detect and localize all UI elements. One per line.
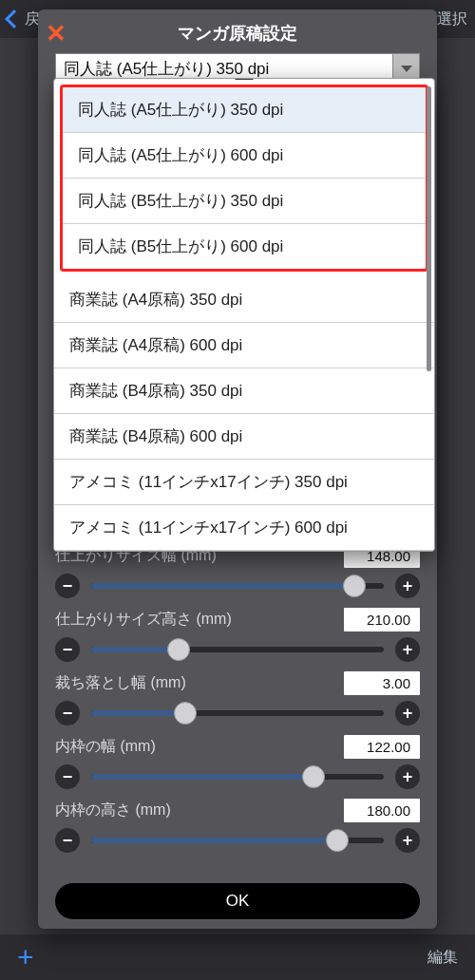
preset-dropdown-popup: 同人誌 (A5仕上がり) 350 dpi同人誌 (A5仕上がり) 600 dpi… — [53, 78, 435, 552]
back-icon[interactable] — [5, 9, 24, 28]
preset-option[interactable]: 同人誌 (A5仕上がり) 350 dpi — [63, 87, 426, 133]
label-innerh: 内枠の高さ (mm) — [55, 801, 171, 820]
topbar-right[interactable]: 選択 — [437, 9, 467, 29]
preset-option[interactable]: 同人誌 (B5仕上がり) 600 dpi — [63, 224, 426, 269]
increment-button[interactable]: + — [395, 701, 420, 726]
preset-option[interactable]: アメコミ (11インチx17インチ) 600 dpi — [54, 505, 434, 551]
increment-button[interactable]: + — [395, 637, 420, 662]
slider-innerw[interactable] — [91, 774, 384, 780]
preset-option[interactable]: 同人誌 (B5仕上がり) 350 dpi — [63, 179, 426, 224]
decrement-button[interactable]: − — [55, 574, 80, 598]
panel-header: ✕ マンガ原稿設定 — [38, 17, 437, 49]
preset-highlight-group: 同人誌 (A5仕上がり) 350 dpi同人誌 (A5仕上がり) 600 dpi… — [60, 85, 428, 272]
preset-option[interactable]: 同人誌 (A5仕上がり) 600 dpi — [63, 133, 426, 179]
close-icon[interactable]: ✕ — [46, 19, 66, 48]
slider-innerh[interactable] — [91, 838, 384, 843]
value-innerh[interactable]: 180.00 — [344, 799, 420, 822]
value-bleed[interactable]: 3.00 — [344, 671, 420, 695]
ok-button[interactable]: OK — [55, 883, 420, 919]
panel-title: マンガ原稿設定 — [178, 22, 297, 45]
preset-option[interactable]: アメコミ (11インチx17インチ) 350 dpi — [54, 460, 434, 505]
decrement-button[interactable]: − — [55, 637, 80, 662]
slider-fwidth[interactable] — [91, 583, 384, 589]
increment-button[interactable]: + — [395, 574, 420, 598]
preset-option[interactable]: 商業誌 (B4原稿) 350 dpi — [54, 368, 434, 414]
increment-button[interactable]: + — [395, 764, 420, 789]
value-innerw[interactable]: 122.00 — [344, 735, 420, 759]
app-bottombar: + 編集 — [0, 934, 475, 980]
decrement-button[interactable]: − — [55, 764, 80, 789]
scrollbar[interactable] — [427, 86, 431, 371]
ok-label: OK — [226, 892, 250, 911]
slider-fheight[interactable] — [91, 647, 384, 652]
bottombar-right[interactable]: 編集 — [428, 948, 458, 968]
preset-option[interactable]: 商業誌 (A4原稿) 350 dpi — [54, 277, 434, 323]
preset-option[interactable]: 商業誌 (A4原稿) 600 dpi — [54, 323, 434, 368]
decrement-button[interactable]: − — [55, 701, 80, 726]
decrement-button[interactable]: − — [55, 828, 80, 853]
label-innerw: 内枠の幅 (mm) — [55, 737, 156, 757]
preset-option[interactable]: 商業誌 (B4原稿) 600 dpi — [54, 414, 434, 460]
label-fheight: 仕上がりサイズ高さ (mm) — [55, 610, 232, 630]
preset-select-value: 同人誌 (A5仕上がり) 350 dpi — [64, 58, 269, 80]
add-icon[interactable]: + — [17, 941, 34, 973]
value-fheight[interactable]: 210.00 — [344, 608, 420, 631]
label-bleed: 裁ち落とし幅 (mm) — [55, 673, 186, 693]
slider-bleed[interactable] — [91, 710, 384, 716]
increment-button[interactable]: + — [395, 828, 420, 853]
